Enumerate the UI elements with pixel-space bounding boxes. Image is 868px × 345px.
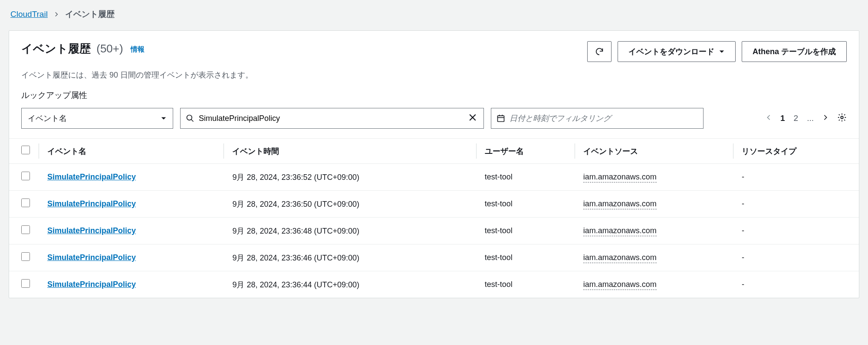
col-event-time[interactable]: イベント時間 [224,139,476,164]
filters-row: イベント名 1 2 ... [9,104,859,138]
refresh-button[interactable] [587,41,612,62]
svg-rect-4 [498,116,504,121]
event-time-cell: 9月 28, 2024, 23:36:50 (UTC+09:00) [224,191,476,218]
row-checkbox[interactable] [21,199,30,207]
settings-button[interactable] [837,113,847,124]
resource-type-cell: - [733,164,859,191]
table-header-row: イベント名 イベント時間 ユーザー名 イベントソース リソースタイプ [9,139,859,164]
row-checkbox[interactable] [21,225,30,234]
table-row: SimulatePrincipalPolicy9月 28, 2024, 23:3… [9,164,859,191]
info-link[interactable]: 情報 [131,46,145,53]
paginator: 1 2 ... [766,113,847,124]
event-name-link[interactable]: SimulatePrincipalPolicy [47,226,136,235]
event-source-link[interactable]: iam.amazonaws.com [583,226,657,236]
col-user-name[interactable]: ユーザー名 [476,139,575,164]
refresh-icon [595,47,604,56]
user-name-cell: test-tool [476,244,575,271]
event-source-link[interactable]: iam.amazonaws.com [583,253,657,263]
row-checkbox[interactable] [21,279,30,288]
caret-down-icon [161,115,167,121]
record-count: (50+) [96,42,123,55]
row-checkbox[interactable] [21,172,30,180]
resource-type-cell: - [733,244,859,271]
svg-point-8 [841,116,843,119]
caret-down-icon [719,49,725,55]
download-events-label: イベントをダウンロード [628,46,714,57]
table-row: SimulatePrincipalPolicy9月 28, 2024, 23:3… [9,218,859,244]
event-name-link[interactable]: SimulatePrincipalPolicy [47,280,136,289]
page-title: イベント履歴 (50+) 情報 [21,41,145,56]
resource-type-cell: - [733,191,859,218]
chevron-right-icon [54,12,59,17]
event-time-cell: 9月 28, 2024, 23:36:52 (UTC+09:00) [224,164,476,191]
page-2[interactable]: 2 [794,114,799,123]
events-table: イベント名 イベント時間 ユーザー名 イベントソース リソースタイプ Simul… [9,138,859,298]
event-source-link[interactable]: iam.amazonaws.com [583,199,657,209]
event-time-cell: 9月 28, 2024, 23:36:44 (UTC+09:00) [224,271,476,298]
page-title-text: イベント履歴 [21,42,91,55]
user-name-cell: test-tool [476,164,575,191]
svg-line-1 [191,120,194,122]
lookup-attribute-select[interactable]: イベント名 [21,108,173,129]
header-actions: イベントをダウンロード Athena テーブルを作成 [587,41,847,62]
col-resource-type[interactable]: リソースタイプ [733,139,859,164]
event-history-panel: イベント履歴 (50+) 情報 イベントをダウンロード Athena テーブルを… [9,30,859,298]
gear-icon [837,113,847,122]
lookup-value-input[interactable] [199,114,463,123]
create-athena-button[interactable]: Athena テーブルを作成 [742,41,847,62]
prev-page-button[interactable] [766,114,772,124]
next-page-button[interactable] [822,114,829,124]
user-name-cell: test-tool [476,271,575,298]
event-source-link[interactable]: iam.amazonaws.com [583,172,657,182]
table-row: SimulatePrincipalPolicy9月 28, 2024, 23:3… [9,271,859,298]
lookup-attribute-value: イベント名 [28,113,67,124]
page-1[interactable]: 1 [780,114,785,123]
select-all-checkbox[interactable] [21,146,30,154]
calendar-icon [496,114,505,123]
date-filter-input[interactable] [510,114,698,123]
event-name-link[interactable]: SimulatePrincipalPolicy [47,172,136,181]
user-name-cell: test-tool [476,191,575,218]
event-source-link[interactable]: iam.amazonaws.com [583,280,657,290]
page-ellipsis: ... [807,114,814,123]
date-filter-input-wrapper [491,108,704,129]
col-event-name[interactable]: イベント名 [39,139,224,164]
clear-input-button[interactable] [467,112,478,125]
title-block: イベント履歴 (50+) 情報 [21,41,145,56]
resource-type-cell: - [733,271,859,298]
col-event-source[interactable]: イベントソース [575,139,733,164]
event-name-link[interactable]: SimulatePrincipalPolicy [47,253,136,262]
svg-point-0 [187,115,192,120]
panel-header: イベント履歴 (50+) 情報 イベントをダウンロード Athena テーブルを… [9,31,859,65]
breadcrumb-current: イベント履歴 [65,9,115,20]
page-subtitle: イベント履歴には、過去 90 日間の管理イベントが表示されます。 [9,70,859,80]
event-time-cell: 9月 28, 2024, 23:36:48 (UTC+09:00) [224,218,476,244]
event-name-link[interactable]: SimulatePrincipalPolicy [47,199,136,208]
event-time-cell: 9月 28, 2024, 23:36:46 (UTC+09:00) [224,244,476,271]
breadcrumb: CloudTrail イベント履歴 [0,0,868,26]
row-checkbox[interactable] [21,252,30,261]
search-icon [186,114,194,123]
resource-type-cell: - [733,218,859,244]
table-row: SimulatePrincipalPolicy9月 28, 2024, 23:3… [9,191,859,218]
table-row: SimulatePrincipalPolicy9月 28, 2024, 23:3… [9,244,859,271]
lookup-value-input-wrapper [180,108,484,129]
lookup-attributes-label: ルックアップ属性 [9,80,859,104]
breadcrumb-root[interactable]: CloudTrail [10,10,48,19]
user-name-cell: test-tool [476,218,575,244]
download-events-button[interactable]: イベントをダウンロード [618,41,736,62]
